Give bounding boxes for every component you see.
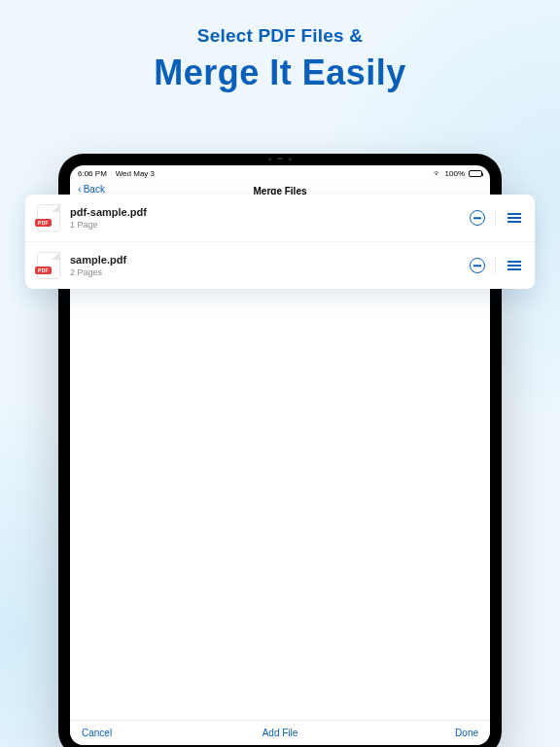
ipad-camera-dots <box>268 158 292 160</box>
drag-handle-icon[interactable] <box>506 211 523 225</box>
battery-icon <box>469 170 482 177</box>
remove-file-icon[interactable] <box>470 258 485 273</box>
promo-block: Select PDF Files & Merge It Easily <box>0 0 560 93</box>
remove-file-icon[interactable] <box>470 210 485 226</box>
row-actions <box>470 209 523 227</box>
wifi-icon: ᯤ <box>434 169 441 178</box>
pdf-file-icon: PDF <box>37 204 60 231</box>
file-meta: sample.pdf 2 Pages <box>70 254 460 277</box>
done-button[interactable]: Done <box>455 728 478 738</box>
divider <box>495 257 496 274</box>
pdf-file-icon: PDF <box>37 252 60 279</box>
add-file-button[interactable]: Add File <box>262 728 298 738</box>
promo-title: Merge It Easily <box>0 53 560 93</box>
file-pages: 1 Page <box>70 220 460 230</box>
status-right: ᯤ 100% <box>434 169 482 178</box>
file-row[interactable]: PDF pdf-sample.pdf 1 Page <box>25 195 535 241</box>
drag-handle-icon[interactable] <box>506 259 523 272</box>
file-row[interactable]: PDF sample.pdf 2 Pages <box>25 241 535 289</box>
promo-subtitle: Select PDF Files & <box>0 25 560 47</box>
status-left: 6:06 PM Wed May 3 <box>78 169 155 178</box>
pdf-badge: PDF <box>35 219 52 227</box>
battery-percent: 100% <box>445 169 465 178</box>
cancel-button[interactable]: Cancel <box>82 728 112 738</box>
back-button[interactable]: ‹ Back <box>78 184 105 195</box>
chevron-left-icon: ‹ <box>78 184 82 195</box>
back-label: Back <box>84 184 105 195</box>
file-meta: pdf-sample.pdf 1 Page <box>70 206 460 230</box>
pdf-badge: PDF <box>35 267 52 274</box>
divider <box>495 209 496 227</box>
file-list-card: PDF pdf-sample.pdf 1 Page PDF sample.pdf… <box>25 195 535 289</box>
row-actions <box>470 257 523 274</box>
file-name: pdf-sample.pdf <box>70 206 460 218</box>
status-date: Wed May 3 <box>116 169 155 178</box>
bottom-toolbar: Cancel Add File Done <box>70 720 490 745</box>
file-pages: 2 Pages <box>70 267 460 277</box>
file-name: sample.pdf <box>70 254 460 266</box>
status-bar: 6:06 PM Wed May 3 ᯤ 100% <box>70 165 490 180</box>
status-time: 6:06 PM <box>78 169 107 178</box>
